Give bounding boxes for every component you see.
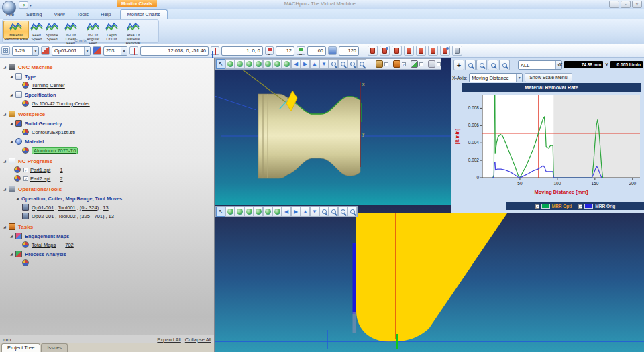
pan-up-button[interactable]: ▲	[301, 207, 310, 217]
zoom-window-button[interactable]	[347, 59, 357, 69]
menu-tools[interactable]: Tools	[71, 10, 95, 19]
tree-expander-icon[interactable]: ◢	[10, 74, 15, 78]
tree-link-325-701[interactable]: (325 - 701)	[80, 213, 105, 219]
tree-link-13[interactable]: 13	[103, 204, 108, 211]
ribbon-button-feed-speed[interactable]: FeedSpeed	[30, 21, 44, 39]
pan-down-button[interactable]: ▼	[310, 207, 319, 217]
restore-button[interactable]: ▫	[621, 1, 631, 8]
tree-expander-icon[interactable]: ◢	[10, 139, 15, 143]
chart-link-icon-2[interactable]	[440, 46, 450, 56]
tree-item-operations-tools[interactable]: ◢Operations/Tools	[0, 185, 214, 193]
tree-item-material[interactable]: ◢Material	[0, 137, 214, 145]
ribbon-button-material-removal-rate[interactable]: MaterialRemoval Rate	[3, 21, 29, 39]
tree-expander-icon[interactable]: ◢	[10, 234, 15, 238]
legend-checkbox[interactable]: ✓	[535, 204, 539, 209]
workpiece-box-toggle[interactable]: ✓	[393, 60, 406, 68]
ribbon-button-depth-of-cut[interactable]: DepthOf Cut	[105, 21, 119, 39]
tool-toggle[interactable]	[411, 60, 423, 68]
tree-item-op02-001-tool002-325-701-13[interactable]: Op02-001,Tool002,(325 - 701),13	[0, 212, 214, 220]
tab-monitor-charts[interactable]: Monitor Charts	[120, 9, 168, 19]
tree-link-op01-001[interactable]: Op01-001	[32, 204, 54, 211]
pan-right-button[interactable]: ▶	[291, 207, 301, 217]
mrr-chart[interactable]: 00.0020.0040.0060.00850100150200Moving D…	[452, 93, 643, 198]
tree-label[interactable]: Total Maps	[32, 242, 56, 248]
zoom-in-button[interactable]	[465, 60, 476, 70]
toggle-checkbox[interactable]	[384, 62, 388, 66]
tree-item-nc-programs[interactable]: ◢NC Programs	[0, 157, 214, 165]
tree-label[interactable]: Part1.apt	[30, 167, 50, 173]
tree-item-specification[interactable]: ◢Specification	[0, 91, 214, 99]
tree-expander-icon[interactable]: ◢	[3, 112, 9, 116]
tree-link-0-324[interactable]: (0 - 324)	[80, 204, 99, 211]
legend-checkbox[interactable]: ✓	[578, 204, 582, 209]
select-pointer-button[interactable]: ↖	[216, 59, 225, 69]
zoom-fit-button[interactable]	[357, 59, 366, 69]
tree-item-op01-001-tool001-0-324-13[interactable]: Op01-001,Tool001,(0 - 324),13	[0, 203, 214, 211]
close-button[interactable]: ×	[632, 1, 642, 8]
tree-label[interactable]: Contour2Exp1stl.stl	[32, 129, 75, 135]
x-axis-select[interactable]: Moving Distance▼	[469, 73, 523, 82]
legend-item-mrr-orig[interactable]: ✓MRR Orig	[578, 204, 615, 209]
tree-item-tasks[interactable]: ◢Tasks	[0, 223, 214, 231]
chart-link-icon-1[interactable]	[380, 46, 390, 56]
zoom-in-button[interactable]	[329, 59, 338, 69]
chart-doc-icon-4[interactable]	[428, 46, 438, 56]
application-orb-button[interactable]	[2, 1, 16, 15]
chevron-down-icon[interactable]: ▼	[32, 47, 38, 55]
tree-expander-icon[interactable]: ◢	[3, 65, 9, 69]
tree-item-gs-150-42-turning-center[interactable]: Gs 150-42 Turning Center	[0, 99, 214, 107]
tree-item-turning-center[interactable]: Turning Center	[0, 81, 214, 89]
tree-expander-icon[interactable]: ◢	[3, 225, 9, 229]
toggle-checkbox[interactable]: ✓	[402, 62, 406, 66]
chevron-down-icon[interactable]: ▼	[84, 47, 90, 55]
tab-project-tree[interactable]: Project Tree	[1, 343, 40, 352]
tree-label[interactable]: Turning Center	[32, 82, 65, 89]
legend-item-mrr-opti[interactable]: ✓MRR Opti	[535, 204, 572, 209]
tree-item-aluminum-7075-t6[interactable]: Aluminum 7075-T6	[0, 146, 214, 154]
show-scale-menu-button[interactable]: Show Scale Menu	[525, 73, 572, 82]
tree-expander-icon[interactable]: ◢	[10, 93, 15, 97]
zoom-out-button[interactable]	[476, 60, 487, 70]
tree-item-solid-geometry[interactable]: ◢Solid Geometry	[0, 119, 214, 127]
tree-expander-icon[interactable]: ◢	[3, 187, 9, 191]
chart-doc-icon-1[interactable]	[392, 46, 402, 56]
tree-item-item[interactable]	[0, 259, 214, 267]
menu-help[interactable]: Help	[95, 10, 117, 19]
view-left-button[interactable]	[254, 207, 263, 217]
tree-item-part2-apt[interactable]: ✓Part2.apt2	[0, 174, 214, 182]
tree-item-process-analysis[interactable]: ◢Process Analysis	[0, 250, 214, 258]
tree-label[interactable]: Part2.apt	[30, 176, 50, 182]
pan-right-button[interactable]: ▶	[301, 59, 310, 69]
view-right-button[interactable]	[263, 207, 272, 217]
zoom-out-button[interactable]	[338, 59, 347, 69]
tree-item-engagement-maps[interactable]: ◢Engagement Maps	[0, 232, 214, 240]
range-select[interactable]: 1-29▼	[12, 46, 39, 56]
crosshair-button[interactable]: +	[453, 60, 464, 70]
tab-issues[interactable]: Issues	[41, 343, 68, 352]
tree-expander-icon[interactable]: ◢	[10, 121, 15, 125]
view-top-button[interactable]	[272, 207, 282, 217]
view-back-button[interactable]	[244, 59, 254, 69]
zoom-window-button[interactable]	[338, 207, 347, 217]
tree-extra-value[interactable]: 2	[60, 176, 62, 182]
tree-expander-icon[interactable]: ◢	[16, 196, 21, 200]
tree-link-tool001[interactable]: Tool001	[58, 204, 75, 211]
toggle-checkbox[interactable]	[419, 62, 423, 66]
ribbon-button-spindle-speed[interactable]: SpindleSpeed	[44, 21, 60, 39]
view-top-button[interactable]	[272, 59, 282, 69]
tree-checkbox[interactable]: ✓	[23, 168, 28, 172]
chart-doc-gray-icon[interactable]	[452, 46, 462, 56]
tree-expander-icon[interactable]: ◢	[10, 252, 15, 256]
tree-label[interactable]: Aluminum 7075-T6	[32, 147, 78, 154]
tree-link-13[interactable]: 13	[109, 213, 114, 219]
chart-doc-icon-3[interactable]	[416, 46, 426, 56]
tree-item-type[interactable]: ◢Type	[0, 72, 214, 80]
collapse-all-link[interactable]: Collapse All	[185, 337, 211, 343]
orientation-field[interactable]: 1, 0, 0	[221, 46, 263, 56]
view-left-button[interactable]	[254, 59, 263, 69]
expand-all-link[interactable]: Expand All	[157, 337, 180, 343]
chart-doc-icon-2[interactable]	[404, 46, 414, 56]
tree-extra-value[interactable]: 1	[60, 167, 62, 173]
value-b-field[interactable]: 60	[307, 46, 326, 56]
pan-up-button[interactable]: ▲	[310, 59, 319, 69]
